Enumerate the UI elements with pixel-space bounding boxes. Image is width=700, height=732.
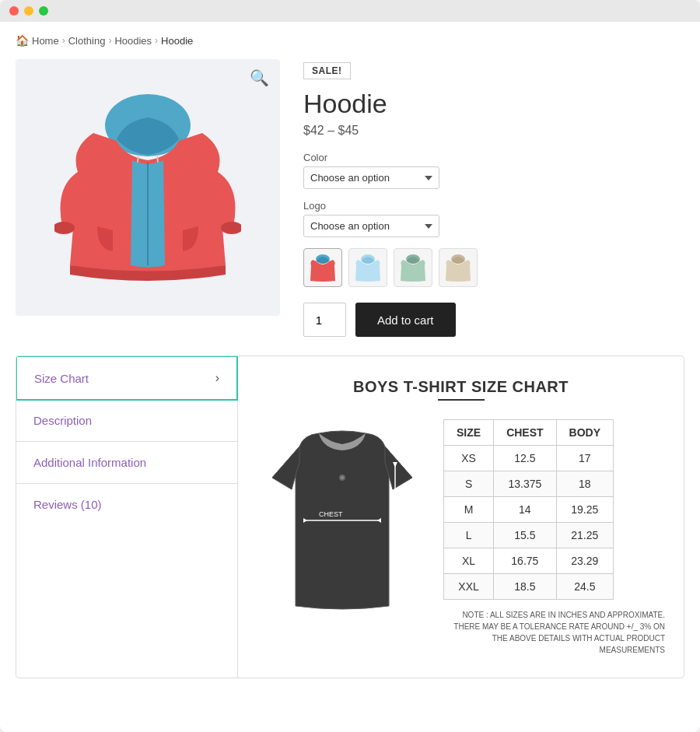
breadcrumb-sep-2: › <box>108 35 111 46</box>
swatch-2[interactable] <box>348 248 387 287</box>
table-row: XL16.7523.29 <box>444 548 614 574</box>
tab-additional-info-label: Additional Information <box>33 456 146 469</box>
color-select[interactable]: Choose an option <box>303 166 439 189</box>
size-chart-inner: CHEST Body <box>257 419 665 656</box>
zoom-icon[interactable]: 🔍 <box>250 68 269 87</box>
table-cell-3-1: 15.5 <box>494 523 556 548</box>
product-price: $42 – $45 <box>303 124 684 138</box>
table-cell-2-2: 19.25 <box>556 497 613 523</box>
svg-text:Body: Body <box>394 536 402 552</box>
quantity-input[interactable]: 1 <box>303 303 346 337</box>
breadcrumb-sep-3: › <box>155 35 158 46</box>
table-cell-3-0: L <box>444 523 494 548</box>
size-note: NOTE : ALL SIZES ARE IN INCHES AND APPRO… <box>443 609 665 656</box>
close-button[interactable] <box>9 6 19 16</box>
table-row: S13.37518 <box>444 471 614 497</box>
table-cell-2-0: M <box>444 497 494 523</box>
size-table-container: SIZE CHEST BODY XS12.517S13.37518M1419.2… <box>443 419 665 656</box>
table-cell-3-2: 21.25 <box>556 523 613 548</box>
svg-point-19 <box>341 476 344 479</box>
tabs-section: Size Chart › Description Additional Info… <box>16 355 684 678</box>
svg-text:CHEST: CHEST <box>319 510 343 518</box>
breadcrumb-clothing[interactable]: Clothing <box>68 35 106 47</box>
sale-badge: SALE! <box>303 62 351 79</box>
add-to-cart-row: 1 Add to cart <box>303 303 684 337</box>
minimize-button[interactable] <box>24 6 33 16</box>
tabs-sidebar: Size Chart › Description Additional Info… <box>16 356 238 678</box>
table-cell-4-1: 16.75 <box>494 548 556 574</box>
tab-description[interactable]: Description <box>16 400 237 442</box>
product-image <box>54 79 241 296</box>
breadcrumb-home[interactable]: Home <box>32 35 59 47</box>
swatch-1[interactable] <box>303 248 342 287</box>
swatch-3[interactable] <box>394 248 432 287</box>
table-header-row: SIZE CHEST BODY <box>444 420 614 446</box>
table-cell-4-2: 23.29 <box>556 548 613 574</box>
tab-size-chart-label: Size Chart <box>34 372 89 385</box>
shirt-diagram: CHEST Body <box>257 419 428 624</box>
product-section: 🔍 <box>16 59 684 337</box>
tab-size-chart[interactable]: Size Chart › <box>16 355 238 401</box>
col-body: BODY <box>556 420 613 446</box>
table-cell-1-1: 13.375 <box>494 471 556 497</box>
size-table: SIZE CHEST BODY XS12.517S13.37518M1419.2… <box>443 419 614 600</box>
table-row: XS12.517 <box>444 446 614 471</box>
table-cell-0-0: XS <box>444 446 494 471</box>
maximize-button[interactable] <box>39 6 48 16</box>
col-chest: CHEST <box>494 420 556 446</box>
product-details: SALE! Hoodie $42 – $45 Color Choose an o… <box>303 59 684 337</box>
browser-window: 🏠 Home › Clothing › Hoodies › Hoodie 🔍 <box>0 0 700 732</box>
size-chart-divider <box>438 399 485 401</box>
table-cell-0-1: 12.5 <box>494 446 556 471</box>
logo-select[interactable]: Choose an option <box>303 215 439 237</box>
logo-label: Logo <box>303 200 684 212</box>
table-cell-5-2: 24.5 <box>556 574 613 600</box>
size-chart-panel: BOYS T-SHIRT SIZE CHART <box>238 356 684 678</box>
table-cell-0-2: 17 <box>556 446 613 471</box>
add-to-cart-button[interactable]: Add to cart <box>355 303 456 337</box>
page-content: 🏠 Home › Clothing › Hoodies › Hoodie 🔍 <box>0 22 700 691</box>
table-cell-5-0: XXL <box>444 574 494 600</box>
size-chart-title: BOYS T-SHIRT SIZE CHART <box>257 378 665 396</box>
table-cell-4-0: XL <box>444 548 494 574</box>
col-size: SIZE <box>444 420 494 446</box>
table-cell-1-2: 18 <box>556 471 613 497</box>
variant-swatches <box>303 248 684 287</box>
table-row: M1419.25 <box>444 497 614 523</box>
table-cell-5-1: 18.5 <box>494 574 556 600</box>
tab-description-label: Description <box>33 414 92 427</box>
product-image-container: 🔍 <box>16 59 280 316</box>
product-title: Hoodie <box>303 89 684 119</box>
table-cell-1-0: S <box>444 471 494 497</box>
table-cell-2-1: 14 <box>494 497 556 523</box>
breadcrumb-current: Hoodie <box>161 35 193 47</box>
breadcrumb-hoodies[interactable]: Hoodies <box>114 35 152 47</box>
tab-chevron-icon: › <box>215 371 219 385</box>
breadcrumb: 🏠 Home › Clothing › Hoodies › Hoodie <box>16 34 684 47</box>
color-label: Color <box>303 152 684 163</box>
table-row: XXL18.524.5 <box>444 574 614 600</box>
home-icon: 🏠 <box>16 34 29 47</box>
titlebar <box>0 0 700 22</box>
svg-marker-17 <box>393 597 397 602</box>
tab-reviews[interactable]: Reviews (10) <box>16 484 237 525</box>
breadcrumb-sep-1: › <box>62 35 65 46</box>
swatch-4[interactable] <box>439 248 478 287</box>
tab-additional-info[interactable]: Additional Information <box>16 442 237 484</box>
table-row: L15.521.25 <box>444 523 614 548</box>
tab-reviews-label: Reviews (10) <box>33 498 102 511</box>
